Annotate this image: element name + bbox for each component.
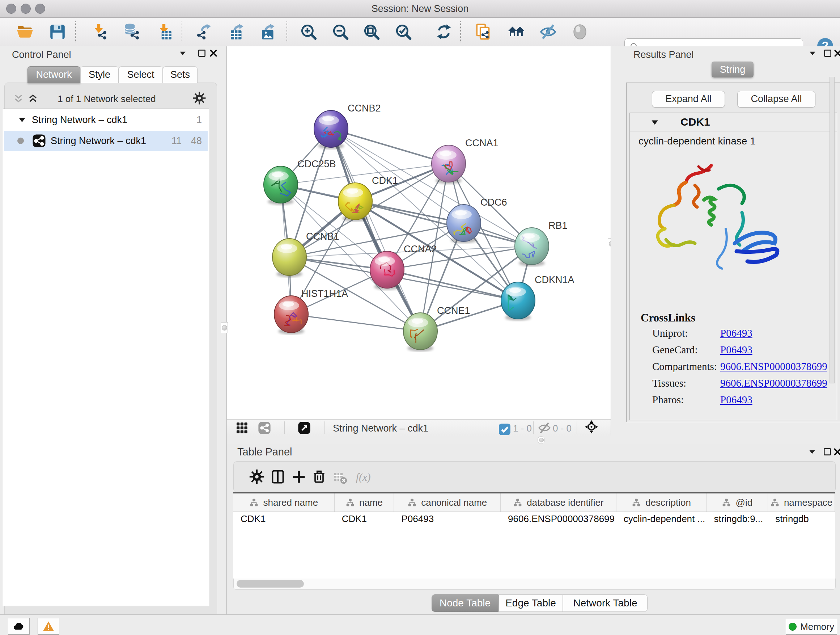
node-CDKN1A[interactable]	[501, 282, 535, 321]
collapse-section-icon[interactable]	[650, 118, 660, 127]
edge-HIST1H1A-CCNE1[interactable]	[291, 314, 420, 331]
show-all-button[interactable]	[571, 23, 589, 41]
scrollbar-thumb[interactable]	[237, 580, 304, 587]
column-header-name[interactable]: name	[335, 494, 394, 511]
float-panel-icon[interactable]	[823, 447, 832, 456]
column-header-canonicalname[interactable]: canonical name	[394, 494, 501, 511]
cell[interactable]: P06493	[394, 513, 501, 524]
import-network-from-file-button[interactable]	[90, 23, 108, 41]
tab-network-table[interactable]: Network Table	[563, 594, 647, 612]
tab-select[interactable]: Select	[118, 66, 163, 83]
float-panel-icon[interactable]	[197, 49, 207, 58]
float-panel-icon[interactable]	[823, 49, 832, 58]
column-header-sharedname[interactable]: shared name	[233, 494, 335, 511]
export-table-button[interactable]	[228, 23, 246, 41]
cell[interactable]: CDK1	[335, 513, 394, 524]
table-row[interactable]: CDK1CDK1P064939606.ENSP00000378699cyclin…	[233, 512, 835, 526]
column-header-description[interactable]: description	[616, 494, 707, 511]
table-horizontal-scrollbar[interactable]	[233, 578, 836, 590]
expand-all-button[interactable]: Expand All	[652, 91, 725, 108]
selected-checkbox-icon[interactable]	[498, 423, 508, 436]
network-collection-row[interactable]: String Network – cdk1 1	[4, 110, 208, 130]
select-first-neighbors-button[interactable]	[507, 23, 525, 41]
edge-CCNA2-CDKN1A[interactable]	[387, 270, 518, 301]
hide-selection-button[interactable]	[539, 23, 557, 41]
zoom-selected-button[interactable]	[394, 23, 412, 41]
tab-string[interactable]: String	[712, 62, 753, 78]
warnings-button[interactable]	[38, 618, 59, 635]
export-image-button[interactable]	[259, 23, 277, 41]
results-scrollbar[interactable]	[829, 77, 835, 383]
protein-card-header[interactable]: CDK1	[630, 113, 837, 131]
show-columns-button[interactable]	[270, 469, 286, 485]
node-RB1[interactable]	[515, 228, 549, 266]
crosslink-link[interactable]: 9606.ENSP00000378699	[720, 361, 827, 372]
save-session-button[interactable]	[49, 23, 66, 41]
node-CDK1[interactable]	[338, 183, 372, 222]
import-network-from-database-button[interactable]	[122, 23, 141, 41]
node-CDC6[interactable]	[447, 204, 481, 243]
tab-edge-table[interactable]: Edge Table	[499, 594, 563, 612]
new-network-from-selection-button[interactable]	[475, 23, 493, 41]
zoom-out-button[interactable]	[332, 23, 349, 41]
tab-style[interactable]: Style	[80, 66, 118, 83]
node-CDC25B[interactable]	[264, 166, 298, 205]
crosshair-icon[interactable]	[584, 420, 600, 435]
zoom-fit-content-button[interactable]	[363, 23, 381, 41]
table-settings-button[interactable]	[249, 469, 265, 485]
grid-view-icon[interactable]	[235, 421, 249, 435]
cell[interactable]: CDK1	[233, 513, 335, 524]
tab-network[interactable]: Network	[27, 66, 80, 83]
tab-sets[interactable]: Sets	[163, 66, 197, 83]
open-session-button[interactable]	[16, 23, 34, 41]
node-label-CDC25B: CDC25B	[297, 158, 336, 169]
node-label-CDC6: CDC6	[480, 197, 507, 208]
column-header-id[interactable]: @id	[706, 494, 768, 511]
node-CCNB1[interactable]	[272, 239, 306, 277]
cell[interactable]: stringdb	[768, 513, 835, 524]
edge-CCNB2-CCNA1[interactable]	[331, 129, 448, 164]
cell[interactable]: 9606.ENSP00000378699	[501, 513, 616, 524]
panel-menu-icon[interactable]	[178, 49, 187, 58]
share-view-icon[interactable]	[257, 421, 271, 435]
expander-icon[interactable]	[17, 115, 27, 125]
delete-column-button[interactable]	[311, 469, 327, 485]
edge-CCNB2-CCNE1[interactable]	[331, 129, 420, 331]
close-panel-icon[interactable]	[833, 49, 840, 58]
apply-preferred-layout-button[interactable]	[435, 23, 453, 41]
import-table-from-file-button[interactable]	[155, 23, 173, 41]
cloud-status-button[interactable]	[8, 618, 30, 635]
network-canvas[interactable]: CCNB2CCNA1CDC25BCDK1CDC6RB1CCNB1CCNA2CDK…	[227, 46, 611, 419]
cell[interactable]: cyclin-dependent ...	[616, 513, 707, 524]
splitter-grip[interactable]	[538, 436, 545, 444]
panel-menu-icon[interactable]	[808, 49, 817, 58]
crosslink-link[interactable]: P06493	[720, 394, 752, 406]
crosslink-link[interactable]: 9606.ENSP00000378699	[720, 377, 827, 389]
close-panel-icon[interactable]	[209, 49, 218, 58]
network-options-gear-icon[interactable]	[193, 91, 206, 105]
cell[interactable]: stringdb:9...	[706, 513, 768, 524]
zoom-in-button[interactable]	[300, 23, 317, 41]
column-header-namespace[interactable]: namespace	[768, 494, 835, 511]
collapse-all-button[interactable]: Collapse All	[737, 91, 815, 108]
memory-button[interactable]: Memory	[786, 619, 837, 635]
export-network-button[interactable]	[195, 23, 213, 41]
node-CCNB2[interactable]	[314, 111, 348, 149]
left-splitter-grip[interactable]	[221, 322, 228, 333]
panel-menu-icon[interactable]	[807, 447, 817, 456]
horizontal-splitter[interactable]	[227, 435, 840, 444]
birds-eye-view-icon[interactable]	[297, 421, 311, 435]
network-row[interactable]: String Network – cdk1 11 48	[4, 131, 208, 151]
column-header-databaseidentifier[interactable]: database identifier	[501, 494, 616, 511]
collapse-all-icon[interactable]	[13, 93, 24, 103]
node-table[interactable]: shared namenamecanonical namedatabase id…	[233, 492, 835, 580]
node-CCNA1[interactable]	[431, 145, 466, 184]
add-column-button[interactable]	[291, 469, 307, 485]
crosslink-link[interactable]: P06493	[720, 344, 752, 356]
node-HIST1H1A[interactable]	[274, 296, 308, 334]
crosslink-link[interactable]: P06493	[720, 327, 752, 339]
crosslink-row: Uniprot:P06493	[652, 327, 833, 344]
tab-node-table[interactable]: Node Table	[431, 594, 499, 612]
close-panel-icon[interactable]	[833, 447, 840, 456]
node-CCNE1[interactable]	[403, 313, 437, 352]
